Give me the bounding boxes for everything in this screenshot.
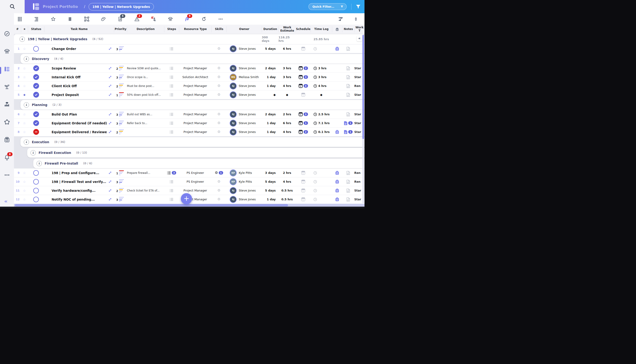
status-done-icon[interactable] [33, 120, 39, 126]
status-open-icon[interactable] [33, 170, 39, 176]
owner-cell[interactable]: SJSteve Jones [226, 196, 262, 203]
collapse-panel-button[interactable]: « [356, 36, 362, 41]
steps-cell[interactable]: 3 [164, 171, 179, 175]
priority-cell[interactable]: 1 [114, 170, 127, 176]
favorite-star-icon[interactable]: ☆ [21, 47, 28, 51]
punch-clock-icon[interactable] [335, 170, 340, 175]
open-task-icon[interactable] [108, 130, 112, 134]
status-blocked-icon[interactable] [33, 129, 39, 135]
task-name-cell[interactable]: Client Kick Off [44, 84, 114, 88]
priority-cell[interactable]: 2 [114, 84, 127, 88]
add-task-button[interactable]: + [181, 193, 192, 204]
owner-cell[interactable]: MSMelissa Smith [226, 74, 262, 81]
toolbar-critical-path-icon[interactable]: 9 [184, 16, 190, 22]
skills-gear-icon[interactable]: ⚙ [217, 180, 220, 184]
status-done-icon[interactable] [33, 74, 39, 80]
time-log-cell[interactable] [310, 171, 332, 175]
notes-document-icon[interactable] [346, 47, 350, 51]
schedule-cell[interactable]: L [296, 180, 310, 184]
owner-cell[interactable]: KPKyle Pitts [226, 170, 262, 176]
notes-cell[interactable] [342, 197, 354, 202]
column-header-cam[interactable] [332, 26, 342, 32]
task-name-cell[interactable]: Scope Review [44, 66, 114, 70]
punch-clock-icon[interactable] [335, 197, 340, 202]
toolbar-outline-icon[interactable] [34, 16, 40, 22]
toolbar-frame-icon[interactable] [84, 16, 90, 22]
project-breadcrumb-pill[interactable]: 198 | Yellow | Network Upgrades [88, 3, 154, 10]
notes-document-icon[interactable] [346, 66, 350, 70]
time-log-cell[interactable]: 7.1 hrs [310, 121, 332, 125]
steps-cell[interactable] [164, 75, 179, 79]
steps-cell[interactable] [164, 121, 179, 125]
open-task-icon[interactable] [108, 76, 112, 78]
toolbar-refresh-icon[interactable] [201, 16, 207, 22]
favorite-star-icon[interactable]: ★ [21, 93, 28, 97]
sidebar-punch-clock-icon[interactable] [4, 136, 10, 143]
global-filter-icon[interactable] [356, 4, 361, 9]
favorite-star-icon[interactable]: ☆ [21, 121, 28, 125]
collapse-group-icon[interactable]: ↓ [24, 140, 29, 145]
status-open-icon[interactable] [33, 188, 39, 194]
schedule-cell[interactable]: L2 [296, 130, 310, 134]
horizontal-scrollbar-thumb[interactable] [15, 204, 288, 206]
steps-cell[interactable] [164, 189, 179, 192]
collapse-group-icon[interactable]: ↓ [24, 102, 29, 108]
punch-clock-icon[interactable] [335, 46, 340, 51]
time-log-cell[interactable] [310, 198, 332, 201]
open-task-icon[interactable] [108, 180, 112, 183]
status-open-icon[interactable] [33, 46, 39, 52]
priority-cell[interactable]: 3 [114, 197, 127, 202]
column-header-priority[interactable]: Priority [114, 26, 127, 32]
time-log-cell[interactable] [310, 180, 332, 184]
toolbar-paperclip-icon[interactable] [100, 16, 106, 22]
skills-gear-icon[interactable]: ⚙ [217, 84, 220, 88]
sidebar-more-icon[interactable] [4, 172, 10, 178]
owner-cell[interactable]: KPKyle Pitts [226, 178, 262, 185]
steps-cell[interactable] [164, 130, 179, 134]
owner-cell[interactable]: SJSteve Jones [226, 120, 262, 127]
favorite-star-icon[interactable]: ☆ [21, 66, 28, 70]
toolbar-warning-icon[interactable]: 2 [134, 16, 140, 22]
task-name-cell[interactable]: 198 | Firewall Test and verify... [44, 180, 114, 184]
steps-cell[interactable] [164, 66, 179, 70]
schedule-cell[interactable]: L [296, 46, 310, 51]
notes-document-icon[interactable] [344, 121, 348, 125]
skills-gear-icon[interactable]: ⚙ [217, 189, 220, 192]
priority-cell[interactable]: 1 [114, 92, 127, 98]
open-task-icon[interactable] [108, 84, 112, 88]
skills-gear-icon[interactable]: ⚙ [217, 121, 220, 125]
sidebar-seedling-icon[interactable] [4, 83, 10, 90]
priority-cell[interactable]: 2 [114, 188, 127, 193]
task-name-cell[interactable]: Equipment Ordered (if needed) [44, 121, 114, 125]
open-task-icon[interactable] [108, 122, 112, 124]
skills-gear-icon[interactable]: ⚙ [217, 66, 220, 70]
column-header-status[interactable]: Status [28, 26, 44, 32]
owner-cell[interactable]: SJSteve Jones [226, 128, 262, 136]
time-log-cell[interactable]: ◆ [310, 93, 332, 96]
horizontal-scrollbar[interactable] [14, 204, 364, 207]
priority-cell[interactable]: 3 [114, 74, 127, 80]
skills-cell[interactable]: ⚙ [212, 189, 226, 192]
time-log-cell[interactable]: 3 hrs [310, 66, 332, 70]
notes-document-icon[interactable] [346, 75, 350, 79]
collapse-group-icon[interactable]: ↓ [24, 56, 29, 62]
open-task-icon[interactable] [108, 67, 112, 70]
time-log-cell[interactable] [310, 47, 332, 51]
vertical-scrollbar[interactable] [362, 35, 364, 204]
notes-document-icon[interactable] [346, 84, 350, 88]
task-name-cell[interactable]: Project Deposit [44, 93, 114, 97]
owner-cell[interactable]: SJSteve Jones [226, 82, 262, 90]
notes-document-icon[interactable] [346, 197, 350, 202]
steps-cell[interactable] [164, 93, 179, 97]
task-name-cell[interactable]: Verify hardware/config... [44, 189, 114, 192]
status-done-icon[interactable] [33, 65, 39, 71]
schedule-cell[interactable]: L2 [296, 66, 310, 70]
schedule-cell[interactable]: L [296, 188, 310, 193]
skills-cell[interactable]: ⚙1 [212, 171, 226, 174]
time-log-cell[interactable]: 2.5 hrs [310, 112, 332, 116]
favorite-star-icon[interactable]: ☆ [21, 75, 28, 79]
steps-cell[interactable] [164, 180, 179, 184]
column-header-num[interactable]: # [14, 26, 21, 32]
schedule-cell[interactable]: L [296, 197, 310, 202]
punch-clock-cell[interactable] [332, 180, 342, 184]
